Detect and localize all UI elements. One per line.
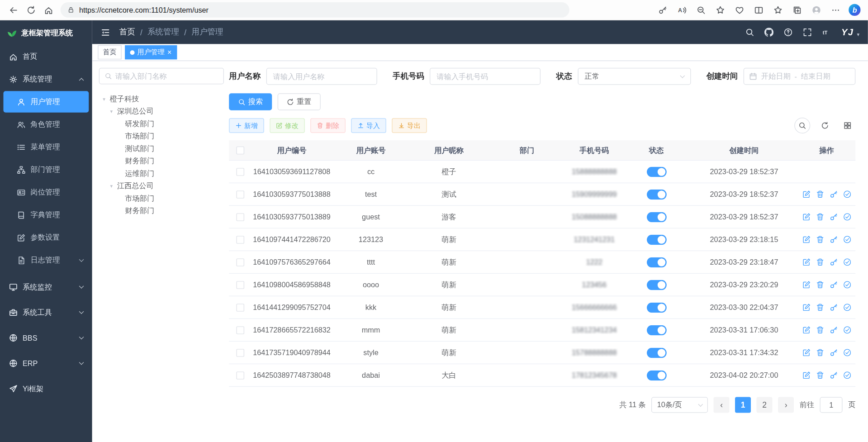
status-toggle[interactable] (646, 189, 666, 200)
sidebar-item-system[interactable]: 系统管理 (0, 68, 92, 90)
close-icon[interactable]: × (167, 49, 171, 56)
tree-node[interactable]: 运维部门 (99, 167, 224, 180)
bing-icon[interactable]: b (846, 2, 863, 18)
goto-page-input[interactable] (820, 397, 843, 413)
breadcrumb-system[interactable]: 系统管理 (147, 27, 179, 38)
next-page-button[interactable]: › (778, 397, 794, 413)
refresh-icon[interactable] (22, 2, 40, 18)
sidebar-item-home[interactable]: 首页 (0, 45, 92, 68)
reset-password-icon[interactable] (829, 371, 838, 380)
delete-icon[interactable] (816, 326, 824, 334)
tree-node[interactable]: ▾深圳总公司 (99, 105, 224, 118)
github-icon[interactable] (764, 28, 773, 37)
reset-button[interactable]: 重置 (278, 93, 321, 110)
assign-role-icon[interactable] (843, 326, 851, 334)
refresh-table-icon[interactable] (817, 118, 833, 133)
tree-node[interactable]: 测试部门 (99, 143, 224, 155)
page-1-button[interactable]: 1 (735, 397, 751, 413)
row-checkbox[interactable] (237, 371, 245, 380)
reset-password-icon[interactable] (829, 348, 838, 357)
address-bar[interactable]: https://ccnetcore.com:1101/system/user (61, 2, 569, 18)
read-aloud-icon[interactable] (673, 2, 691, 18)
status-select[interactable]: 正常 (578, 68, 691, 85)
font-size-icon[interactable] (822, 28, 831, 37)
username-input[interactable] (266, 68, 377, 85)
delete-icon[interactable] (816, 303, 824, 312)
row-checkbox[interactable] (237, 168, 245, 176)
assign-role-icon[interactable] (843, 213, 851, 221)
sidebar-item-parameters[interactable]: 参数设置 (0, 226, 92, 249)
delete-icon[interactable] (816, 348, 824, 357)
phone-input[interactable] (430, 68, 541, 85)
row-checkbox[interactable] (237, 304, 245, 312)
tree-node[interactable]: ▾橙子科技 (99, 93, 224, 105)
reset-password-icon[interactable] (829, 235, 838, 244)
row-checkbox[interactable] (237, 213, 245, 221)
user-logo[interactable]: YJ (841, 27, 854, 38)
status-toggle[interactable] (646, 234, 666, 245)
breadcrumb-home[interactable]: 首页 (119, 27, 135, 38)
assign-role-icon[interactable] (843, 280, 851, 289)
reset-password-icon[interactable] (829, 326, 838, 334)
columns-grid-icon[interactable] (840, 118, 855, 133)
delete-icon[interactable] (816, 235, 824, 244)
page-2-button[interactable]: 2 (757, 397, 773, 413)
date-range-picker[interactable]: 开始日期 - 结束日期 (744, 68, 856, 85)
assign-role-icon[interactable] (843, 258, 851, 266)
tab-home[interactable]: 首页 (98, 45, 122, 59)
assign-role-icon[interactable] (843, 235, 851, 244)
sidebar-item-erp[interactable]: ERP (0, 351, 92, 376)
caret-down-icon[interactable]: ▾ (109, 183, 114, 189)
show-search-icon[interactable] (794, 118, 810, 133)
sidebar-item-departments[interactable]: 部门管理 (0, 158, 92, 181)
browser-essentials-icon[interactable] (730, 2, 748, 18)
reset-password-icon[interactable] (829, 190, 838, 199)
help-icon[interactable] (784, 28, 793, 37)
reset-password-icon[interactable] (829, 258, 838, 266)
status-toggle[interactable] (646, 302, 666, 313)
row-checkbox[interactable] (237, 190, 245, 199)
tree-node[interactable]: 市场部门 (99, 130, 224, 143)
fullscreen-icon[interactable] (803, 28, 812, 37)
sidebar-item-tools[interactable]: 系统工具 (0, 300, 92, 325)
status-toggle[interactable] (646, 325, 666, 335)
tree-node[interactable]: 财务部门 (99, 155, 224, 168)
sidebar-item-roles[interactable]: 角色管理 (0, 113, 92, 136)
tree-node[interactable]: 财务部门 (99, 205, 224, 218)
status-toggle[interactable] (646, 347, 666, 358)
add-button[interactable]: 新增 (229, 118, 264, 133)
sidebar-item-yi-framework[interactable]: Yi框架 (0, 376, 92, 401)
search-button[interactable]: 搜索 (229, 93, 272, 110)
key-icon[interactable] (654, 2, 671, 18)
reset-password-icon[interactable] (829, 213, 838, 221)
import-button[interactable]: 导入 (351, 118, 386, 133)
collapse-sidebar-icon[interactable] (101, 28, 110, 37)
status-toggle[interactable] (646, 212, 666, 222)
edit-icon[interactable] (802, 235, 811, 244)
edit-icon[interactable] (802, 371, 811, 380)
search-icon[interactable] (745, 28, 754, 37)
modify-button[interactable]: 修改 (270, 118, 305, 133)
status-toggle[interactable] (646, 166, 666, 177)
sidebar-item-menus[interactable]: 菜单管理 (0, 136, 92, 158)
row-checkbox[interactable] (237, 349, 245, 357)
reset-password-icon[interactable] (829, 280, 838, 289)
more-icon[interactable] (827, 2, 844, 18)
caret-down-icon[interactable]: ▾ (101, 96, 107, 102)
sidebar-item-bbs[interactable]: BBS (0, 325, 92, 351)
sidebar-item-positions[interactable]: 岗位管理 (0, 181, 92, 204)
assign-role-icon[interactable] (843, 348, 851, 357)
select-all-checkbox[interactable] (237, 146, 245, 154)
row-checkbox[interactable] (237, 326, 245, 334)
favorites-add-icon[interactable] (711, 2, 729, 18)
status-toggle[interactable] (646, 370, 666, 380)
sidebar-item-monitoring[interactable]: 系统监控 (0, 274, 92, 299)
prev-page-button[interactable]: ‹ (714, 397, 730, 413)
export-button[interactable]: 导出 (392, 118, 427, 133)
status-toggle[interactable] (646, 280, 666, 290)
zoom-out-icon[interactable] (692, 2, 710, 18)
status-toggle[interactable] (646, 257, 666, 267)
row-checkbox[interactable] (237, 258, 245, 266)
favorites-bar-icon[interactable] (769, 2, 787, 18)
assign-role-icon[interactable] (843, 303, 851, 312)
